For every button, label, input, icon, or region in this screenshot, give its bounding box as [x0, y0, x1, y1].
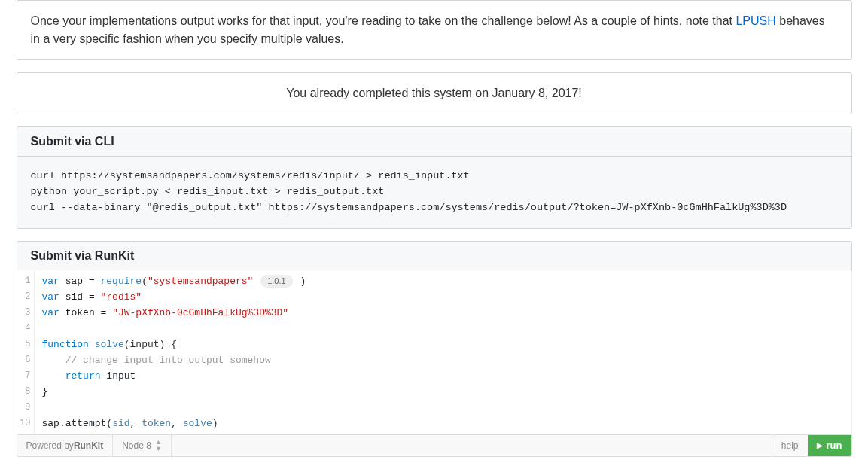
cli-code[interactable]: curl https://systemsandpapers.com/system…: [17, 157, 851, 228]
sort-icon: ▲▼: [155, 439, 162, 452]
play-icon: ▶: [817, 441, 823, 449]
help-button[interactable]: help: [772, 435, 808, 456]
run-button[interactable]: ▶ run: [808, 435, 851, 456]
code-line: return input: [42, 368, 851, 384]
completion-panel: You already completed this system on Jan…: [17, 72, 852, 114]
code-line: [42, 400, 851, 416]
intro-before: Once your implementations output works f…: [31, 14, 736, 27]
runkit-panel: Submit via RunKit 1 2 3 4 5 6 7 8 9 10 v…: [17, 241, 852, 457]
runkit-header: Submit via RunKit: [17, 241, 852, 270]
code-line: // change input into output somehow: [42, 352, 851, 368]
code-line: sap.attempt(sid, token, solve): [42, 416, 851, 431]
intro-panel: Once your implementations output works f…: [17, 0, 852, 60]
code-line: var sap = require("systemsandpapers" 1.0…: [42, 273, 851, 289]
code-line: function solve(input) {: [42, 337, 851, 352]
lpush-link[interactable]: LPUSH: [736, 14, 775, 27]
line-gutter: 1 2 3 4 5 6 7 8 9 10: [17, 270, 34, 434]
node-version-select[interactable]: Node 8 ▲▼: [113, 435, 172, 456]
cli-header: Submit via CLI: [17, 127, 851, 157]
code-line: [42, 321, 851, 337]
runkit-editor[interactable]: 1 2 3 4 5 6 7 8 9 10 var sap = require("…: [17, 270, 852, 434]
code-line: }: [42, 384, 851, 400]
cli-panel: Submit via CLI curl https://systemsandpa…: [17, 126, 852, 229]
completion-text: You already completed this system on Jan…: [17, 73, 851, 114]
pkg-version-badge[interactable]: 1.0.1: [260, 275, 292, 288]
code-line: var token = "JW-pXfXnb-0cGmHhFalkUg%3D%3…: [42, 305, 851, 321]
intro-text: Once your implementations output works f…: [31, 12, 838, 48]
code-line: var sid = "redis": [42, 289, 851, 305]
code-area[interactable]: var sap = require("systemsandpapers" 1.0…: [34, 270, 851, 434]
powered-by-runkit[interactable]: Powered by RunKit: [17, 435, 114, 456]
runkit-footer: Powered by RunKit Node 8 ▲▼ help ▶ run: [17, 434, 852, 457]
